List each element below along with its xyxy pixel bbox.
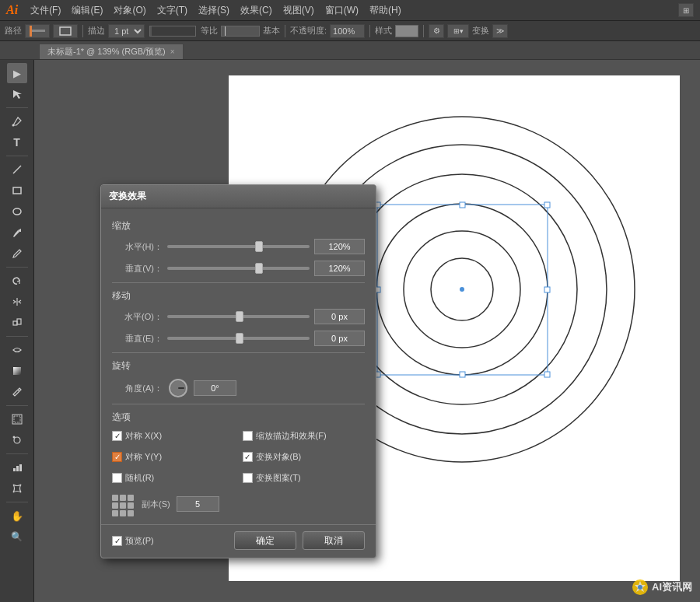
menu-help[interactable]: 帮助(H) [365, 2, 406, 19]
watermark-icon [632, 579, 649, 596]
opt2-label: 缩放描边和效果(F) [256, 430, 327, 442]
move-h-input[interactable] [314, 309, 365, 324]
stroke-width-select[interactable]: 1 pt [108, 24, 145, 38]
menu-edit[interactable]: 编辑(E) [67, 2, 107, 19]
opt1-checkbox[interactable] [112, 431, 122, 441]
transform-dialog: 变换效果 缩放 水平(H)： 垂直(V)： [100, 184, 376, 558]
move-v-slider[interactable] [167, 337, 310, 340]
opt4-checkbox[interactable] [243, 452, 253, 462]
tool-rect[interactable] [7, 180, 27, 201]
opt6-checkbox[interactable] [243, 473, 253, 483]
sep3 [369, 25, 370, 37]
svg-point-3 [12, 124, 14, 127]
tool-type[interactable]: T [7, 132, 27, 152]
scale-h-input[interactable] [314, 239, 365, 254]
move-h-slider[interactable] [167, 315, 310, 318]
divider-2 [112, 352, 365, 353]
tool-ellipse[interactable] [7, 201, 27, 222]
svg-rect-1 [30, 26, 32, 37]
tool-graph[interactable] [7, 457, 27, 478]
move-v-input[interactable] [314, 331, 365, 346]
settings-icon[interactable]: ⚙ [429, 24, 444, 38]
menu-object[interactable]: 对象(O) [109, 2, 150, 19]
menu-select[interactable]: 选择(S) [194, 2, 234, 19]
transform-more-icon[interactable]: ≫ [492, 24, 508, 38]
move-h-row: 水平(O)： [112, 309, 365, 324]
tool-warp[interactable] [7, 340, 27, 360]
rect-icon[interactable] [53, 24, 78, 38]
menu-effect[interactable]: 效果(C) [236, 2, 277, 19]
dialog-footer: 预览(P) 确定 取消 [101, 524, 376, 558]
opt6-row: 变换图案(T) [243, 472, 366, 484]
tool-sep-1 [6, 107, 28, 108]
menu-window[interactable]: 窗口(W) [320, 2, 363, 19]
toolbox: ▶ T [0, 60, 34, 602]
tool-eyedropper[interactable] [7, 382, 27, 402]
copies-grid-icon[interactable] [112, 495, 135, 513]
tool-sep-5 [6, 405, 28, 406]
tool-sep-4 [6, 336, 28, 337]
tool-zoom[interactable]: 🔍 [7, 527, 27, 547]
opt2-checkbox[interactable] [243, 431, 253, 441]
grid-icon[interactable]: ⊞ [678, 3, 694, 17]
svg-rect-8 [13, 321, 17, 325]
scale-v-input[interactable] [314, 261, 365, 276]
tool-sep-3 [6, 267, 28, 268]
tool-scale[interactable] [7, 313, 27, 333]
angle-input[interactable] [194, 380, 236, 396]
menu-file[interactable]: 文件(F) [26, 2, 65, 19]
scale-h-thumb[interactable] [255, 241, 263, 252]
tool-select[interactable]: ▶ [7, 63, 27, 83]
tool-rotate[interactable] [7, 271, 27, 291]
svg-rect-30 [544, 372, 550, 377]
opt3-label: 对称 Y(Y) [125, 451, 162, 463]
svg-rect-9 [17, 319, 21, 324]
scale-h-label: 水平(H)： [112, 241, 163, 253]
document-tab[interactable]: 未标题-1* @ 139% (RGB/预览) × [39, 44, 184, 59]
tool-symbol-spray[interactable] [7, 430, 27, 450]
tool-artboard[interactable] [7, 409, 27, 429]
opt4-row: 变换对象(B) [243, 451, 366, 463]
opacity-input[interactable] [330, 24, 365, 38]
tool-pen[interactable] [7, 111, 27, 131]
main-area: ▶ T [0, 60, 700, 602]
scale-v-thumb[interactable] [255, 263, 263, 274]
menu-view[interactable]: 视图(V) [278, 2, 319, 19]
opt6-label: 变换图案(T) [256, 472, 301, 484]
move-v-thumb[interactable] [236, 333, 243, 344]
tool-brush[interactable] [7, 222, 27, 243]
rotate-row: 角度(A)： [112, 379, 365, 397]
scale-h-slider[interactable] [167, 245, 310, 248]
preview-checkbox[interactable] [112, 536, 122, 546]
copies-input[interactable] [177, 496, 219, 512]
sep1 [82, 25, 83, 37]
scale-v-row: 垂直(V)： [112, 261, 365, 276]
svg-rect-18 [19, 464, 22, 471]
confirm-button[interactable]: 确定 [234, 531, 296, 550]
tool-pencil[interactable] [7, 243, 27, 264]
tool-direct-select[interactable] [7, 84, 27, 104]
svg-point-34 [460, 287, 464, 292]
tool-reflect[interactable] [7, 292, 27, 312]
canvas-area[interactable]: 变换效果 缩放 水平(H)： 垂直(V)： [34, 60, 700, 602]
angle-dial[interactable] [169, 379, 187, 397]
stroke-preview [149, 26, 196, 37]
svg-point-36 [638, 585, 642, 590]
angle-label: 角度(A)： [112, 383, 163, 394]
opt5-checkbox[interactable] [112, 473, 122, 483]
arrange-icon[interactable]: ⊞▾ [447, 24, 469, 38]
cancel-button[interactable]: 取消 [303, 531, 365, 550]
opacity-label: 不透明度: [290, 25, 327, 37]
pen-stroke-icon[interactable] [25, 24, 50, 38]
menu-text[interactable]: 文字(T) [152, 2, 192, 19]
preview-check-row: 预览(P) [112, 535, 228, 547]
scale-v-slider[interactable] [167, 267, 310, 270]
tool-gradient[interactable] [7, 361, 27, 381]
tab-bar: 未标题-1* @ 139% (RGB/预览) × [0, 41, 700, 60]
tool-line[interactable] [7, 159, 27, 180]
move-h-thumb[interactable] [236, 311, 243, 322]
tab-close-btn[interactable]: × [170, 47, 175, 56]
tool-mesh[interactable] [7, 478, 27, 499]
tool-hand[interactable]: ✋ [7, 506, 27, 526]
opt3-checkbox[interactable] [112, 452, 122, 462]
